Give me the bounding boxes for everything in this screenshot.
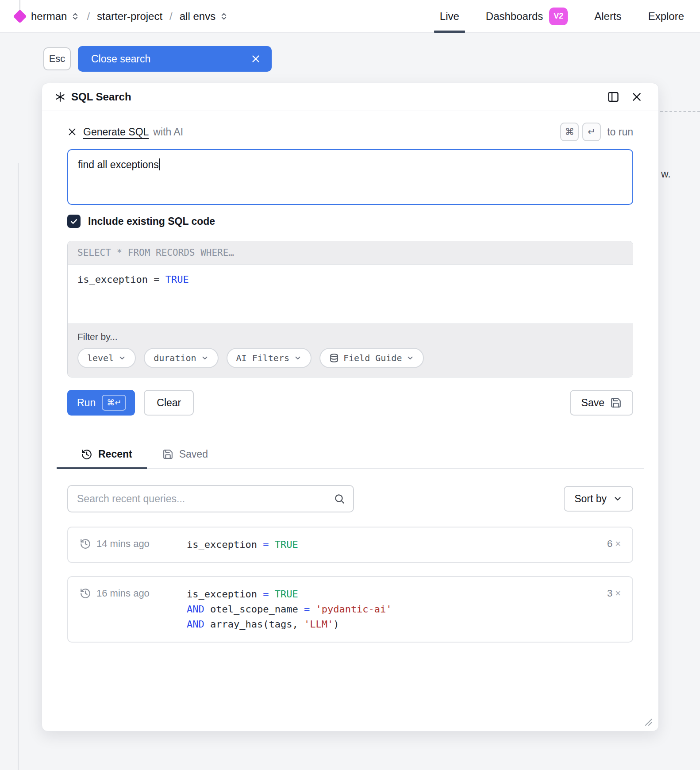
breadcrumb-env[interactable]: all envs xyxy=(180,10,215,23)
ai-prompt-value: find all exceptions xyxy=(78,159,159,170)
filter-bar: Filter by... leveldurationAI FiltersFiel… xyxy=(68,323,633,377)
cmd-key: ⌘ xyxy=(560,123,579,141)
chevron-down-icon xyxy=(201,354,209,362)
sql-search-modal: SQL Search Generate SQL with AI ⌘ ↵ xyxy=(42,83,659,732)
chevron-down-icon xyxy=(294,354,302,362)
background-panel-edge xyxy=(18,163,19,770)
filter-chip-field-guide[interactable]: Field Guide xyxy=(319,348,424,368)
env-selector-chevrons-icon[interactable] xyxy=(219,11,228,22)
filter-chip-level[interactable]: level xyxy=(77,348,136,368)
org-selector-chevrons-icon[interactable] xyxy=(71,11,80,22)
save-button[interactable]: Save xyxy=(570,390,633,416)
filter-chip-label: AI Filters xyxy=(236,353,289,363)
tab-saved[interactable]: Saved xyxy=(147,445,223,468)
query-code: is_exception = TRUE xyxy=(187,537,298,552)
side-panel-icon[interactable] xyxy=(607,91,619,103)
include-sql-row: Include existing SQL code xyxy=(67,215,633,228)
ai-prompt-input[interactable]: find all exceptions xyxy=(67,149,633,205)
filter-chip-duration[interactable]: duration xyxy=(144,348,218,368)
generate-sql-row: Generate SQL with AI ⌘ ↵ to run xyxy=(67,122,633,142)
enter-key: ↵ xyxy=(582,123,601,141)
query-timestamp: 14 mins ago xyxy=(96,538,150,550)
logfire-logo-icon[interactable] xyxy=(13,9,27,23)
dismiss-generate-icon[interactable] xyxy=(67,127,77,137)
run-shortcut-badge: ⌘↵ xyxy=(102,395,126,411)
filter-chips: leveldurationAI FiltersField Guide xyxy=(77,348,623,368)
code-line: is_exception = TRUE xyxy=(187,537,298,552)
text-cursor xyxy=(159,158,160,170)
filter-chip-label: Field Guide xyxy=(343,353,402,363)
active-tab-indicator xyxy=(57,467,147,469)
recent-query-list: 14 mins ago is_exception = TRUE 6 × 16 m… xyxy=(67,527,633,643)
run-button[interactable]: Run ⌘↵ xyxy=(67,390,135,416)
filter-chip-label: level xyxy=(87,353,114,363)
nav-link-explore[interactable]: Explore xyxy=(648,0,684,33)
nav-link-live[interactable]: Live xyxy=(440,0,459,33)
run-hint-label: to run xyxy=(607,126,633,138)
resize-handle[interactable] xyxy=(644,718,653,727)
query-code: is_exception = TRUEAND otel_scope_name =… xyxy=(187,587,392,632)
clear-button[interactable]: Clear xyxy=(144,390,194,416)
close-modal-icon[interactable] xyxy=(631,91,642,103)
nav-links: LiveDashboardsV2AlertsExplore xyxy=(440,0,684,33)
run-shortcut-hint: ⌘ ↵ to run xyxy=(560,123,633,141)
breadcrumb-separator: / xyxy=(87,10,90,23)
save-icon xyxy=(162,449,173,460)
breadcrumb-separator: / xyxy=(169,10,173,23)
filter-chip-ai-filters[interactable]: AI Filters xyxy=(227,348,312,368)
chevron-down-icon xyxy=(118,354,126,362)
nav-link-alerts[interactable]: Alerts xyxy=(594,0,621,33)
chevron-down-icon xyxy=(613,494,623,504)
code-line: AND array_has(tags, 'LLM') xyxy=(187,617,392,632)
query-run-count: 3 × xyxy=(607,587,621,599)
sort-by-button[interactable]: Sort by xyxy=(564,486,633,512)
close-search-button[interactable]: Close search xyxy=(78,46,272,72)
modal-title: SQL Search xyxy=(71,91,131,103)
code-line: is_exception = TRUE xyxy=(187,587,392,602)
history-tabs: RecentSaved xyxy=(57,445,644,469)
filter-chip-label: duration xyxy=(154,353,196,363)
history-icon xyxy=(81,449,92,460)
modal-body: Generate SQL with AI ⌘ ↵ to run find all… xyxy=(42,111,658,643)
generate-sql-suffix: with AI xyxy=(153,126,183,138)
tab-label: Recent xyxy=(98,448,132,460)
generate-sql-link[interactable]: Generate SQL xyxy=(83,126,149,138)
query-count-times: × xyxy=(615,588,621,599)
recent-search-row: Sort by xyxy=(67,485,633,512)
search-recent-input[interactable] xyxy=(67,485,354,512)
query-count-times: × xyxy=(615,538,621,550)
breadcrumb-project[interactable]: starter-project xyxy=(97,10,162,23)
floppy-save-icon xyxy=(610,397,622,408)
query-meta: 16 mins ago xyxy=(80,587,174,599)
tab-recent[interactable]: Recent xyxy=(57,445,147,468)
query-timestamp: 16 mins ago xyxy=(96,588,150,599)
actions-row: Run ⌘↵ Clear Save xyxy=(67,390,633,416)
nav-link-label: Dashboards xyxy=(486,10,543,23)
esc-key-hint: Esc xyxy=(43,47,71,70)
breadcrumb-org[interactable]: herman xyxy=(31,10,67,23)
query-count-number: 6 xyxy=(607,538,612,550)
sql-editor-code[interactable]: is_exception = TRUE xyxy=(68,265,633,323)
nav-link-label: Alerts xyxy=(594,10,621,23)
sql-editor-header: SELECT * FROM RECORDS WHERE… xyxy=(68,241,633,265)
query-run-count: 6 × xyxy=(607,537,621,550)
nav-link-label: Explore xyxy=(648,10,684,23)
nav-link-dashboards[interactable]: DashboardsV2 xyxy=(486,0,568,33)
include-sql-checkbox[interactable] xyxy=(67,215,81,228)
top-nav: herman / starter-project / all envs Live… xyxy=(0,0,700,33)
tab-label: Saved xyxy=(179,448,208,460)
code-line: is_exception = TRUE xyxy=(77,272,623,287)
close-icon xyxy=(250,54,261,64)
query-count-number: 3 xyxy=(607,588,612,599)
sql-editor[interactable]: SELECT * FROM RECORDS WHERE… is_exceptio… xyxy=(67,241,633,377)
save-label: Save xyxy=(581,397,604,409)
code-line: AND otel_scope_name = 'pydantic-ai' xyxy=(187,602,392,617)
search-icon xyxy=(334,493,345,504)
recent-query-card[interactable]: 14 mins ago is_exception = TRUE 6 × xyxy=(67,527,633,563)
recent-query-card[interactable]: 16 mins ago is_exception = TRUEAND otel_… xyxy=(67,576,633,643)
run-label: Run xyxy=(77,397,96,409)
active-nav-indicator xyxy=(434,31,465,33)
nav-link-label: Live xyxy=(440,10,459,23)
background-dashed-line xyxy=(660,111,700,112)
modal-header: SQL Search xyxy=(42,83,658,111)
